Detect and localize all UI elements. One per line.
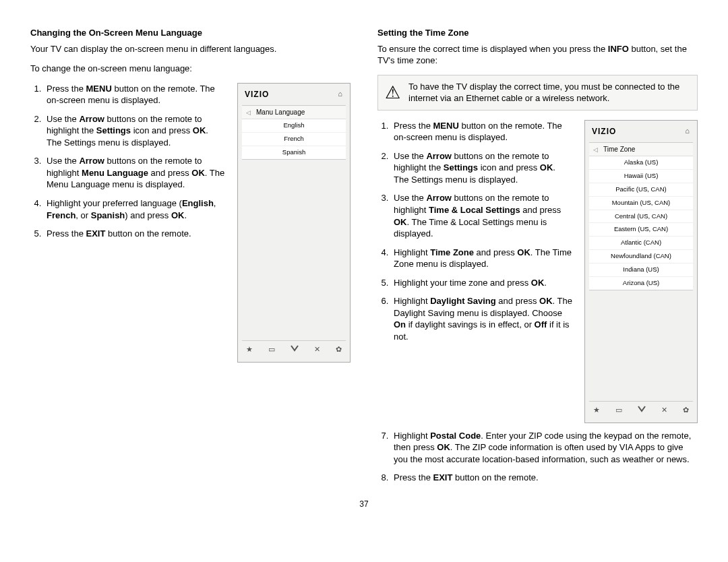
wide-icon: ▭ (268, 344, 275, 354)
right-step-2: Use the Arrow buttons on the remote to h… (391, 150, 572, 186)
left-intro: Your TV can display the on-screen menu i… (30, 43, 351, 55)
x-icon: ✕ (661, 405, 667, 415)
left-step-5: Press the EXIT button on the remote. (44, 228, 225, 240)
left-screen-mock: VIZIO ⌂ ◁ Manu Language English French S… (237, 83, 351, 363)
screen-footer: ★ ▭ ✕ ✿ (242, 340, 346, 358)
x-icon: ✕ (314, 344, 320, 354)
right-column: Setting the Time Zone To ensure the corr… (377, 27, 698, 491)
wide-icon: ▭ (615, 405, 622, 415)
right-step-1: Press the MENU button on the remote. The… (391, 120, 572, 144)
warning-box: ⚠ To have the TV display the correct tim… (377, 75, 698, 111)
gear-icon: ✿ (683, 405, 689, 415)
back-icon: ◁ (246, 108, 251, 117)
menu-item: Newfoundland (CAN) (589, 250, 693, 263)
right-step-4: Highlight Time Zone and press OK. The Ti… (391, 247, 572, 270)
menu-item: Alaska (US) (589, 156, 693, 170)
warning-text: To have the TV display the correct time,… (408, 81, 690, 104)
star-icon: ★ (246, 344, 253, 354)
left-step-4: Highlight your preferred language (Engli… (44, 197, 225, 221)
menu-item: English (242, 119, 346, 133)
page-number: 37 (30, 499, 698, 509)
menu-title-row: ◁ Manu Language (242, 106, 346, 120)
right-screen-mock: VIZIO ⌂ ◁ Time Zone Alaska (US) Hawaii (… (584, 120, 698, 423)
menu-item: French (242, 133, 346, 146)
menu-item: Spanish (242, 146, 346, 159)
menu-item: Central (US, CAN) (589, 210, 693, 224)
menu-item: Hawaii (US) (589, 170, 693, 183)
left-intro2: To change the on-screen menu language: (30, 63, 351, 75)
right-step-5: Highlight your time zone and press OK. (391, 277, 572, 289)
menu-item: Atlantic (CAN) (589, 237, 693, 250)
menu-item: Arizona (US) (589, 277, 693, 290)
right-intro: To ensure the correct time is displayed … (377, 43, 698, 67)
brand-logo: VIZIO (592, 126, 616, 137)
right-step-6: Highlight Daylight Saving and press OK. … (391, 295, 572, 342)
left-step-2: Use the Arrow buttons on the remote to h… (44, 113, 225, 149)
home-icon: ⌂ (685, 126, 690, 136)
menu-item: Mountain (US, CAN) (589, 197, 693, 210)
v-icon (291, 344, 299, 354)
home-icon: ⌂ (338, 89, 343, 99)
right-heading: Setting the Time Zone (377, 27, 698, 39)
star-icon: ★ (593, 405, 600, 415)
right-step-7: Highlight Postal Code. Enter your ZIP co… (391, 430, 698, 466)
left-step-1: Press the MENU button on the remote. The… (44, 83, 225, 106)
left-steps: Press the MENU button on the remote. The… (30, 83, 225, 240)
screen-footer: ★ ▭ ✕ ✿ (589, 401, 693, 418)
right-steps: Press the MENU button on the remote. The… (377, 120, 572, 343)
left-step-3: Use the Arrow buttons on the remote to h… (44, 155, 225, 191)
menu-item: Eastern (US, CAN) (589, 223, 693, 237)
right-steps-continued: Highlight Postal Code. Enter your ZIP co… (377, 430, 698, 484)
v-icon (638, 405, 646, 415)
left-heading: Changing the On-Screen Menu Language (30, 27, 351, 39)
right-step-3: Use the Arrow buttons on the remote to h… (391, 192, 572, 239)
warning-icon: ⚠ (385, 84, 400, 101)
right-step-8: Press the EXIT button on the remote. (391, 472, 698, 484)
left-column: Changing the On-Screen Menu Language You… (30, 27, 351, 491)
brand-logo: VIZIO (245, 89, 269, 100)
menu-item: Indiana (US) (589, 263, 693, 277)
menu-title-row: ◁ Time Zone (589, 143, 693, 157)
back-icon: ◁ (593, 146, 598, 154)
gear-icon: ✿ (336, 344, 342, 354)
menu-item: Pacific (US, CAN) (589, 183, 693, 197)
